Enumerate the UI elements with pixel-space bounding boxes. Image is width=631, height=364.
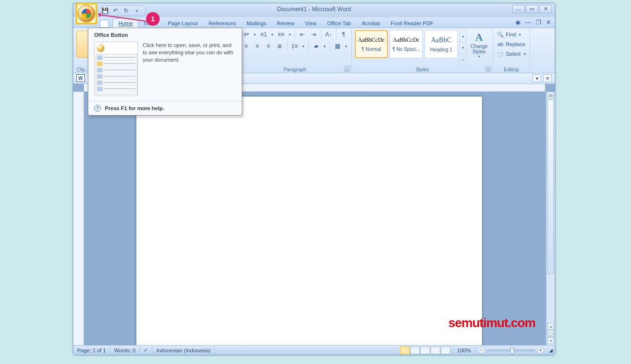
view-outline[interactable]: [431, 347, 440, 354]
align-left-icon[interactable]: ≡: [241, 41, 251, 51]
line-spacing-dropdown[interactable]: ▾: [301, 41, 306, 51]
view-draft[interactable]: [441, 347, 450, 354]
vertical-scrollbar: ▤ ▴ ◯ ▾: [546, 92, 555, 345]
tab-references[interactable]: References: [203, 18, 241, 28]
group-label-styles: Styles: [352, 67, 493, 72]
align-center-icon[interactable]: ≡: [252, 41, 262, 51]
style-normal[interactable]: AaBbCcDc ¶ Normal: [355, 30, 388, 58]
decrease-indent-icon[interactable]: ⇤: [298, 30, 307, 39]
tab-mailings[interactable]: Mailings: [241, 18, 271, 28]
word-icon: W: [76, 74, 85, 82]
scroll-down-icon[interactable]: ▾: [548, 337, 554, 344]
scroll-up-icon[interactable]: ▴: [548, 323, 554, 330]
scroll-thumb[interactable]: [548, 99, 554, 274]
window-controls: — ▭ ✕: [512, 5, 552, 13]
styles-expand[interactable]: ▿: [460, 54, 466, 66]
maximize-button[interactable]: ▭: [526, 5, 538, 13]
page[interactable]: [136, 97, 482, 345]
ribbon-tabs: Home Insert Page Layout References Maili…: [73, 17, 555, 28]
tooltip-title: Office Button: [88, 28, 242, 39]
mdi-minimize-button[interactable]: —: [525, 19, 531, 26]
paragraph-launcher[interactable]: ◲: [344, 66, 350, 72]
tab-acrobat[interactable]: Acrobat: [356, 18, 385, 28]
bullets-icon[interactable]: ≡•: [241, 30, 251, 39]
tab-view[interactable]: View: [299, 18, 322, 28]
zoom-level[interactable]: 100%: [453, 346, 475, 355]
tab-office-tab[interactable]: Office Tab: [322, 18, 356, 28]
view-print-layout[interactable]: [400, 347, 410, 354]
group-styles: AaBbCcDc ¶ Normal AaBbCcDc ¶ No Spaci...…: [352, 28, 493, 73]
status-proofing[interactable]: ✓: [140, 346, 152, 355]
mdi-restore-button[interactable]: ❐: [536, 19, 541, 26]
office-button-highlight: [76, 3, 97, 24]
view-full-screen[interactable]: [410, 347, 420, 354]
select-button[interactable]: ⬚Select▾: [496, 49, 527, 59]
zoom-slider: − +: [475, 347, 547, 354]
styles-scroll-up[interactable]: ▴: [460, 30, 466, 42]
vertical-ruler[interactable]: [73, 92, 84, 345]
line-spacing-icon[interactable]: ‡≡: [290, 41, 299, 51]
status-language[interactable]: Indonesian (Indonesia): [152, 346, 215, 355]
justify-icon[interactable]: ≣: [275, 41, 284, 51]
styles-scroll-down[interactable]: ▾: [460, 42, 466, 53]
tab-review[interactable]: Review: [271, 18, 299, 28]
styles-gallery-scroll: ▴ ▾ ▿: [460, 30, 466, 66]
qat-customize-icon[interactable]: ▾: [133, 7, 141, 15]
watermark: semutimut.com: [448, 315, 535, 331]
quick-access-toolbar: 💾 ↶ ↻ ▾: [98, 5, 146, 16]
tooltip-body: Click here to open, save, or print, and …: [143, 42, 236, 96]
bullets-dropdown[interactable]: ▾: [252, 30, 257, 39]
tab-foxit[interactable]: Foxit Reader PDF: [385, 18, 439, 28]
shading-dropdown[interactable]: ▾: [322, 41, 327, 51]
tabstrip-close[interactable]: ✕: [543, 74, 552, 82]
style-heading1[interactable]: AaBbC Heading 1: [425, 30, 458, 58]
view-web-layout[interactable]: [420, 347, 430, 354]
ruler-toggle-icon[interactable]: ▤: [548, 92, 554, 99]
select-icon: ⬚: [497, 51, 504, 57]
replace-icon: ab: [497, 41, 504, 47]
zoom-track[interactable]: [487, 349, 535, 351]
mdi-close-button[interactable]: ✕: [546, 19, 551, 26]
group-label-paragraph: Paragraph: [238, 67, 351, 72]
status-bar: Page: 1 of 1 Words: 0 ✓ Indonesian (Indo…: [73, 345, 555, 355]
numbering-dropdown[interactable]: ▾: [270, 30, 275, 39]
tooltip-footer: Press F1 for more help.: [105, 105, 164, 111]
zoom-in-button[interactable]: +: [537, 347, 544, 354]
resize-grip[interactable]: ◢: [547, 347, 555, 353]
show-marks-icon[interactable]: ¶: [339, 30, 349, 39]
find-button[interactable]: 🔍Find▾: [496, 30, 527, 39]
style-no-spacing[interactable]: AaBbCcDc ¶ No Spaci...: [390, 30, 423, 58]
minimize-button[interactable]: —: [512, 5, 525, 13]
borders-dropdown[interactable]: ▾: [344, 41, 349, 51]
sort-icon[interactable]: A↓: [324, 30, 333, 39]
office-button-tooltip: Office Button Click here to open, save, …: [88, 28, 242, 116]
increase-indent-icon[interactable]: ⇥: [309, 30, 318, 39]
zoom-out-button[interactable]: −: [478, 347, 485, 354]
shading-icon[interactable]: ▰: [311, 41, 321, 51]
document-icon: [100, 20, 109, 28]
tabstrip-dropdown[interactable]: ▾: [532, 74, 541, 82]
borders-icon[interactable]: ▦: [332, 41, 342, 51]
tooltip-thumbnail: [94, 42, 138, 96]
help-icon-small: ?: [94, 105, 101, 112]
status-words[interactable]: Words: 0: [110, 346, 140, 355]
browse-object-icon[interactable]: ◯: [548, 330, 554, 337]
status-page[interactable]: Page: 1 of 1: [73, 346, 110, 355]
replace-button[interactable]: abReplace: [496, 39, 527, 49]
multilevel-list-icon[interactable]: ≡≡: [276, 30, 286, 39]
styles-launcher[interactable]: ◲: [485, 66, 491, 72]
change-styles-button[interactable]: A Change Styles ▾: [468, 30, 490, 66]
change-styles-icon: A: [468, 31, 490, 44]
group-editing: 🔍Find▾ abReplace ⬚Select▾ Editing: [493, 28, 530, 73]
multilevel-dropdown[interactable]: ▾: [287, 30, 292, 39]
help-icon[interactable]: ◉: [515, 19, 520, 26]
office-button[interactable]: [78, 5, 95, 22]
save-icon[interactable]: 💾: [101, 7, 109, 15]
close-button[interactable]: ✕: [539, 5, 552, 13]
group-paragraph: ≡• ▾ ≡1 ▾ ≡≡ ▾ ⇤ ⇥ A↓ ¶ ≡ ≡ ≡ ≣ ‡≡: [238, 28, 352, 73]
align-right-icon[interactable]: ≡: [264, 41, 273, 51]
redo-icon[interactable]: ↻: [122, 7, 130, 15]
tab-page-layout[interactable]: Page Layout: [163, 18, 203, 28]
undo-icon[interactable]: ↶: [112, 7, 119, 15]
numbering-icon[interactable]: ≡1: [259, 30, 268, 39]
